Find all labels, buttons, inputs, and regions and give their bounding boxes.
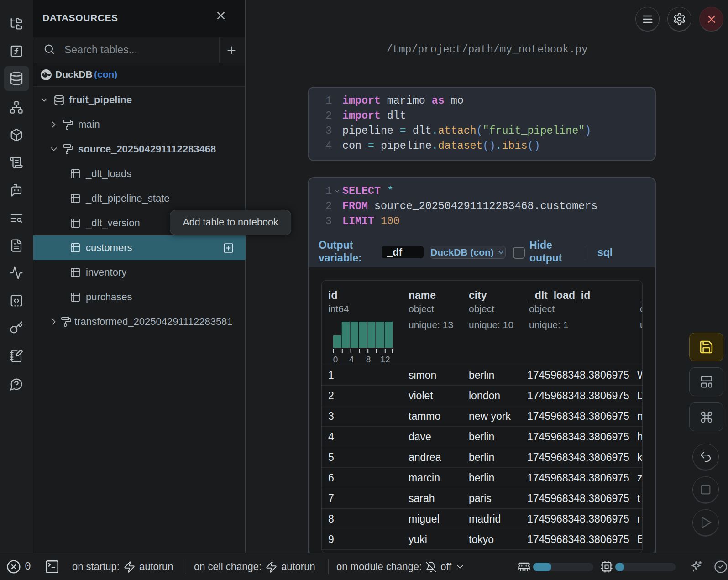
svg-text:0: 0	[333, 355, 338, 363]
svg-text:4: 4	[349, 355, 354, 363]
svg-text:12: 12	[380, 355, 390, 363]
svg-text:8: 8	[366, 355, 371, 363]
